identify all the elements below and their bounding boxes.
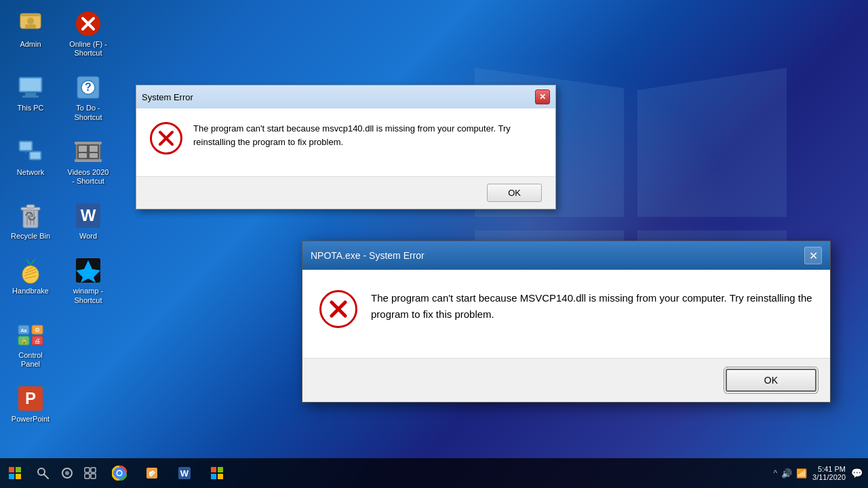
dialog1-ok-button[interactable]: OK (487, 184, 542, 202)
taskbar: W ^ 🔊 📶 5:41 PM 3/11/2020 (0, 458, 868, 488)
taskbar-pencil[interactable] (137, 458, 167, 488)
svg-point-6 (27, 18, 34, 24)
svg-rect-34 (26, 205, 35, 208)
svg-rect-13 (25, 93, 36, 96)
task-view-button[interactable] (79, 462, 102, 485)
videos-icon-label: Videos 2020 - Shortcut (67, 168, 109, 186)
svg-rect-66 (85, 474, 90, 479)
desktop-icon-control-panel[interactable]: Aa ⚙ 🔒 🖨 Control Panel (7, 318, 54, 371)
dialog2-close-button[interactable]: ✕ (804, 247, 822, 264)
desktop-icon-admin[interactable]: Admin (7, 7, 54, 60)
svg-text:W: W (81, 206, 96, 224)
desktop-icon-handbrake[interactable]: Handbrake (7, 253, 54, 307)
svg-text:Aa: Aa (21, 328, 27, 333)
svg-rect-19 (20, 142, 31, 150)
svg-rect-59 (16, 474, 21, 479)
recycle-bin-icon-label: Recycle Bin (11, 232, 50, 241)
desktop-icon-row-2: Network Videos 2020 - (7, 135, 112, 188)
taskbar-chrome[interactable] (104, 458, 134, 488)
admin-icon-label: Admin (20, 40, 41, 49)
taskbar-apps: W (104, 458, 232, 488)
volume-icon[interactable]: 🔊 (781, 468, 792, 479)
control-panel-icon-label: Control Panel (9, 351, 52, 369)
handbrake-icon (16, 256, 45, 285)
to-do-icon: ? (74, 73, 102, 102)
cortana-button[interactable] (56, 462, 79, 485)
dialog1-error-icon (150, 122, 182, 155)
desktop-icon-winamp[interactable]: winamp - Shortcut (64, 253, 112, 307)
desktop-icon-row-3: Recycle Bin W Word (7, 199, 112, 243)
svg-rect-67 (91, 474, 96, 479)
svg-rect-75 (211, 467, 216, 472)
dialog1-footer: OK (136, 176, 555, 209)
dialog2-footer: OK (302, 358, 830, 402)
winamp-icon (74, 256, 102, 285)
desktop: Admin Online (F) - Shortcut (0, 0, 868, 488)
svg-marker-1 (637, 68, 787, 217)
svg-rect-29 (90, 146, 98, 152)
taskbar-clock[interactable]: 5:41 PM 3/11/2020 (812, 465, 846, 481)
dialog1-message: The program can't start because msvcp140… (193, 122, 542, 148)
svg-rect-57 (16, 467, 21, 472)
action-center-icon[interactable]: 💬 (851, 468, 863, 479)
dialog1-titlebar[interactable]: System Error ✕ (136, 85, 555, 108)
svg-rect-26 (75, 142, 102, 144)
powerpoint-icon: P (16, 384, 45, 413)
taskbar-right: ^ 🔊 📶 5:41 PM 3/11/2020 💬 (773, 465, 868, 481)
dialog1-close-button[interactable]: ✕ (535, 89, 550, 104)
desktop-icon-row-6: P PowerPoint (7, 382, 112, 426)
online-f-icon-label: Online (F) - Shortcut (67, 40, 109, 58)
word-icon-label: Word (79, 232, 97, 241)
dialog1-title: System Error (142, 92, 193, 102)
svg-rect-21 (31, 152, 40, 159)
desktop-icon-recycle-bin[interactable]: Recycle Bin (7, 199, 54, 243)
taskbar-time-text: 5:41 PM (818, 465, 846, 473)
desktop-icon-this-pc[interactable]: This PC (7, 70, 54, 124)
svg-rect-12 (20, 79, 41, 91)
dialog2-titlebar[interactable]: NPOTA.exe - System Error ✕ (302, 241, 830, 270)
to-do-icon-label: To Do - Shortcut (67, 104, 109, 121)
notification-icon[interactable]: ^ (773, 468, 777, 478)
desktop-icon-to-do[interactable]: ? To Do - Shortcut (64, 70, 112, 124)
handbrake-icon-label: Handbrake (12, 287, 49, 296)
network-status-icon[interactable]: 📶 (796, 468, 807, 479)
desktop-icon-network[interactable]: Network (7, 135, 54, 188)
svg-point-70 (117, 471, 121, 475)
admin-icon (16, 9, 45, 38)
network-icon-label: Network (17, 168, 44, 177)
videos-icon (74, 138, 102, 166)
svg-rect-31 (90, 153, 98, 158)
svg-text:⚙: ⚙ (35, 327, 40, 333)
svg-rect-78 (218, 474, 223, 479)
svg-rect-28 (79, 146, 87, 152)
svg-text:🔒: 🔒 (20, 337, 28, 345)
desktop-icon-powerpoint[interactable]: P PowerPoint (7, 382, 54, 426)
svg-text:?: ? (85, 81, 92, 93)
winamp-icon-label: winamp - Shortcut (67, 287, 109, 304)
system-error-dialog-1: System Error ✕ The program can't start b… (136, 85, 556, 209)
desktop-icon-word[interactable]: W Word (64, 199, 112, 243)
svg-rect-7 (25, 24, 36, 28)
svg-point-63 (65, 471, 69, 475)
desktop-icon-row-4: Handbrake winamp - Shortcut (7, 253, 112, 307)
svg-rect-14 (22, 96, 39, 98)
taskbar-date-text: 3/11/2020 (812, 473, 846, 481)
taskbar-tiles[interactable] (202, 458, 232, 488)
control-panel-icon: Aa ⚙ 🔒 🖨 (16, 321, 45, 349)
desktop-icon-online-f[interactable]: Online (F) - Shortcut (64, 7, 112, 60)
dialog2-ok-button[interactable]: OK (726, 369, 816, 392)
svg-rect-5 (20, 14, 41, 16)
start-button[interactable] (0, 458, 30, 488)
powerpoint-icon-label: PowerPoint (12, 415, 50, 424)
network-icon (16, 138, 45, 166)
dialog2-body: The program can't start because MSVCP140… (302, 270, 830, 358)
dialog2-error-icon (319, 290, 357, 328)
dialog2-title: NPOTA.exe - System Error (311, 250, 425, 261)
search-button[interactable] (31, 462, 54, 485)
word-icon: W (74, 201, 102, 230)
dialog1-body: The program can't start because msvcp140… (136, 108, 555, 176)
taskbar-word-app[interactable]: W (170, 458, 199, 488)
desktop-icons-container: Admin Online (F) - Shortcut (7, 7, 112, 426)
taskbar-system-icons: ^ 🔊 📶 (773, 468, 807, 479)
desktop-icon-videos[interactable]: Videos 2020 - Shortcut (64, 135, 112, 188)
